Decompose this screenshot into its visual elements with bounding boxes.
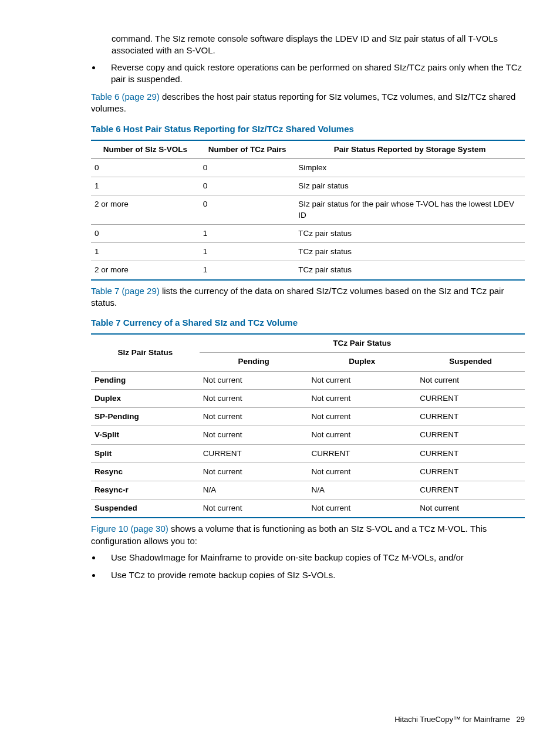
table6-header-tczpairs: Number of TCz Pairs [200,140,295,159]
cell: TCz pair status [295,261,525,280]
cell: Not current [416,371,525,389]
row-label: Suspended [91,499,200,518]
cell: Not current [308,426,417,444]
cell: Not current [308,499,417,518]
table-row: 10SIz pair status [91,177,525,195]
cell: N/A [200,481,308,499]
table6-lead-paragraph: Table 6 (page 29) describes the host pai… [91,91,525,115]
table7-subheader-duplex: Duplex [308,353,417,371]
table-row: 2 or more0SIz pair status for the pair w… [91,195,525,224]
cell: Not current [200,408,308,426]
page-footer: Hitachi TrueCopy™ for Mainframe 29 [394,714,525,725]
row-label: Split [91,444,200,463]
table6-caption: Table 6 Host Pair Status Reporting for S… [91,123,525,135]
cell: Not current [200,389,308,407]
table7-reference-link[interactable]: Table 7 (page 29) [91,286,160,296]
outro-bullet-item: Use ShadowImage for Mainframe to provide… [102,552,525,563]
table-row: V-SplitNot currentNot currentCURRENT [91,426,525,444]
table-row: SuspendedNot currentNot currentNot curre… [91,499,525,518]
footer-title: Hitachi TrueCopy™ for Mainframe [394,715,510,724]
cell: 2 or more [91,195,200,224]
cell: CURRENT [416,444,525,463]
row-label: Resync-r [91,481,200,499]
table6: Number of SIz S-VOLs Number of TCz Pairs… [91,140,525,281]
cell: N/A [308,481,417,499]
row-label: Duplex [91,389,200,407]
table-row: 2 or more1TCz pair status [91,261,525,280]
table-row: Resync-rN/AN/ACURRENT [91,481,525,499]
cell: Simplex [295,158,525,177]
cell: 0 [200,158,295,177]
table-row: DuplexNot currentNot currentCURRENT [91,389,525,407]
cell: 0 [200,195,295,224]
cell: 1 [91,177,200,195]
cell: CURRENT [416,463,525,481]
cell: Not current [200,426,308,444]
cell: CURRENT [416,481,525,499]
row-label: Pending [91,371,200,389]
table7-caption: Table 7 Currency of a Shared SIz and TCz… [91,317,525,329]
row-label: Resync [91,463,200,481]
cell: CURRENT [416,408,525,426]
figure10-lead-paragraph: Figure 10 (page 30) shows a volume that … [91,523,525,547]
footer-page-number: 29 [517,715,525,724]
figure10-reference-link[interactable]: Figure 10 (page 30) [91,524,168,534]
cell: CURRENT [416,389,525,407]
table7-header-tcz: TCz Pair Status [200,334,525,353]
table7-header-row-1: SIz Pair Status TCz Pair Status [91,334,525,353]
cell: 1 [200,261,295,280]
continuation-paragraph: command. The SIz remote console software… [112,33,525,57]
cell: Not current [200,463,308,481]
row-label: V-Split [91,426,200,444]
table7-subheader-pending: Pending [200,353,308,371]
cell: 1 [200,224,295,242]
content-area: command. The SIz remote console software… [91,33,525,581]
cell: Not current [308,463,417,481]
table-row: 01TCz pair status [91,224,525,242]
table7-subheader-suspended: Suspended [416,353,525,371]
table-row: 11TCz pair status [91,243,525,261]
cell: TCz pair status [295,243,525,261]
table-row: PendingNot currentNot currentNot current [91,371,525,389]
cell: Not current [416,499,525,518]
table7-header-siz: SIz Pair Status [91,334,200,371]
table7-lead-paragraph: Table 7 (page 29) lists the currency of … [91,285,525,309]
cell: 1 [91,243,200,261]
cell: SIz pair status [295,177,525,195]
intro-bullets: Reverse copy and quick restore operation… [91,62,525,86]
outro-bullets: Use ShadowImage for Mainframe to provide… [91,552,525,582]
table6-header-row: Number of SIz S-VOLs Number of TCz Pairs… [91,140,525,159]
cell: Not current [308,408,417,426]
cell: 0 [200,177,295,195]
cell: 2 or more [91,261,200,280]
page: command. The SIz remote console software… [0,0,560,746]
cell: Not current [308,371,417,389]
table-row: SP-PendingNot currentNot currentCURRENT [91,408,525,426]
cell: Not current [200,371,308,389]
table7: SIz Pair Status TCz Pair Status Pending … [91,333,525,518]
cell: SIz pair status for the pair whose T-VOL… [295,195,525,224]
cell: 1 [200,243,295,261]
table6-header-status: Pair Status Reported by Storage System [295,140,525,159]
cell: 0 [91,224,200,242]
row-label: SP-Pending [91,408,200,426]
cell: CURRENT [416,426,525,444]
cell: CURRENT [200,444,308,463]
cell: CURRENT [308,444,417,463]
table-row: ResyncNot currentNot currentCURRENT [91,463,525,481]
table-row: 00Simplex [91,158,525,177]
table6-header-svols: Number of SIz S-VOLs [91,140,200,159]
cell: TCz pair status [295,224,525,242]
cell: 0 [91,158,200,177]
table6-reference-link[interactable]: Table 6 (page 29) [91,92,160,102]
cell: Not current [200,499,308,518]
outro-bullet-item: Use TCz to provide remote backup copies … [102,569,525,581]
cell: Not current [308,389,417,407]
table-row: SplitCURRENTCURRENTCURRENT [91,444,525,463]
intro-bullet-item: Reverse copy and quick restore operation… [102,62,525,86]
